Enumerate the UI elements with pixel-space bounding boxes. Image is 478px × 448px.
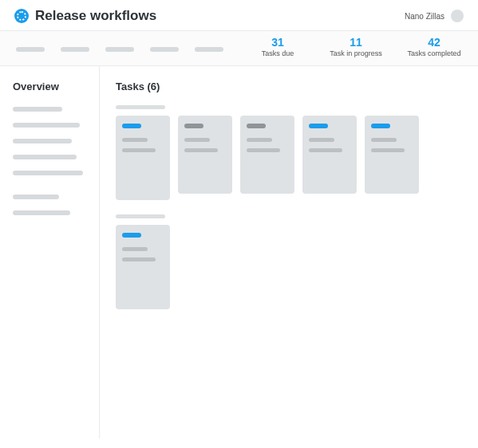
- main-title: Tasks (6): [116, 81, 462, 92]
- sidebar-title: Overview: [13, 81, 86, 92]
- status-pill-icon: [247, 124, 266, 128]
- status-pill-icon: [309, 124, 328, 128]
- card-line: [247, 148, 280, 152]
- tab-placeholder[interactable]: [16, 47, 45, 52]
- card-line: [247, 138, 272, 142]
- sidebar-item[interactable]: [13, 139, 72, 143]
- sidebar-item[interactable]: [13, 155, 77, 159]
- task-card[interactable]: [116, 116, 170, 200]
- status-pill-icon: [122, 233, 141, 238]
- main-panel: Tasks (6): [100, 66, 478, 438]
- tab-placeholder[interactable]: [195, 47, 223, 52]
- sidebar-item[interactable]: [13, 210, 70, 215]
- card-line: [371, 148, 405, 152]
- stat-label: Tasks due: [250, 49, 306, 57]
- stat-tasks-progress[interactable]: 11 Task in progress: [328, 36, 384, 57]
- card-line: [184, 148, 218, 152]
- sidebar-item[interactable]: [13, 123, 80, 128]
- status-pill-icon: [122, 124, 141, 128]
- stat-tasks-due[interactable]: 31 Tasks due: [250, 36, 306, 57]
- stat-value: 42: [406, 36, 462, 49]
- task-card[interactable]: [116, 225, 170, 309]
- task-card[interactable]: [240, 116, 294, 194]
- tab-strip: [16, 36, 223, 52]
- header-left: Release workflows: [14, 8, 156, 24]
- card-line: [122, 257, 156, 261]
- section-label: [116, 105, 165, 109]
- app-logo-icon[interactable]: [14, 9, 29, 23]
- avatar-icon[interactable]: [451, 10, 464, 22]
- cards-row-1: [116, 116, 462, 200]
- user-name[interactable]: Nano Zillas: [405, 12, 444, 21]
- tab-placeholder[interactable]: [105, 47, 134, 52]
- card-line: [309, 138, 334, 142]
- sidebar-item[interactable]: [13, 171, 83, 175]
- card-line: [309, 148, 342, 152]
- stat-label: Task in progress: [328, 49, 384, 57]
- card-line: [122, 138, 148, 142]
- sidebar: Overview: [0, 66, 100, 438]
- tab-placeholder[interactable]: [61, 47, 89, 52]
- app-header: Release workflows Nano Zillas: [0, 0, 478, 30]
- task-card[interactable]: [178, 116, 232, 194]
- status-pill-icon: [371, 124, 390, 128]
- tab-placeholder[interactable]: [150, 47, 179, 52]
- cards-row-2: [116, 225, 462, 309]
- stats-bar: 31 Tasks due 11 Task in progress 42 Task…: [0, 30, 478, 66]
- header-right: Nano Zillas: [405, 10, 464, 22]
- stat-tasks-completed[interactable]: 42 Tasks completed: [406, 36, 462, 57]
- task-card[interactable]: [365, 116, 419, 194]
- section-label: [116, 214, 165, 218]
- card-line: [371, 138, 397, 142]
- sidebar-item[interactable]: [13, 107, 62, 112]
- card-line: [122, 247, 148, 251]
- card-line: [184, 138, 210, 142]
- status-pill-icon: [184, 124, 203, 128]
- stat-value: 31: [250, 36, 306, 49]
- stat-label: Tasks completed: [406, 49, 462, 57]
- sidebar-item[interactable]: [13, 195, 59, 199]
- task-card[interactable]: [302, 116, 357, 194]
- page-title: Release workflows: [35, 8, 156, 24]
- card-line: [122, 148, 156, 152]
- stat-value: 11: [328, 36, 384, 49]
- body: Overview Tasks (6): [0, 66, 478, 438]
